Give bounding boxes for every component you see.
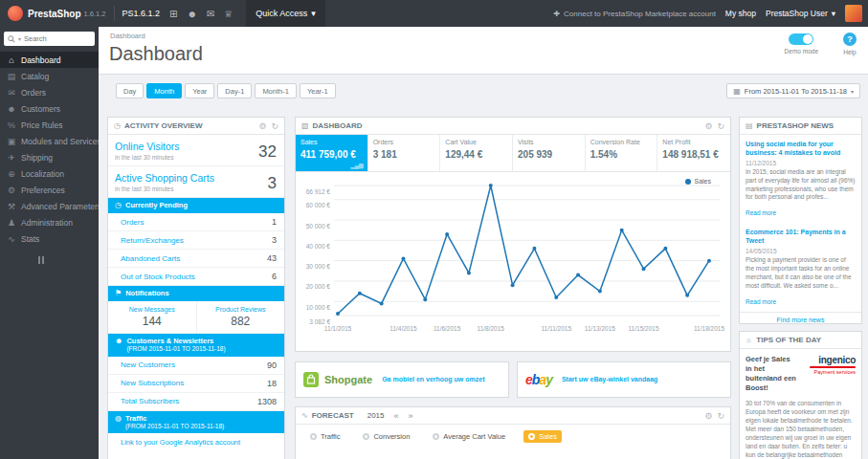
sidebar-item-localization[interactable]: ⊕ Localization xyxy=(0,165,99,182)
breadcrumb[interactable]: Dashboard xyxy=(110,32,145,40)
range-day-button[interactable]: Day xyxy=(116,83,144,98)
forecast-year[interactable]: 2015 xyxy=(367,411,385,420)
prestashop-news-panel: ▤ PRESTASHOP NEWS Using social media for… xyxy=(739,117,862,324)
google-analytics-link[interactable]: Link to your Google Analytics account xyxy=(121,438,240,447)
range-month-button[interactable]: Month xyxy=(146,83,182,98)
sidebar-item-shipping[interactable]: ✈ Shipping xyxy=(0,149,99,165)
new-subscriptions-row[interactable]: New Subscriptions 18 xyxy=(108,375,284,393)
panel-title: PRESTASHOP NEWS xyxy=(757,121,835,130)
chart-legend[interactable]: Sales xyxy=(685,178,711,185)
range-year-button[interactable]: Year xyxy=(185,83,214,98)
sidebar-collapse-button[interactable] xyxy=(38,256,99,264)
pending-returns-row[interactable]: Return/Exchanges 3 xyxy=(108,231,284,250)
read-more-link[interactable]: Read more xyxy=(746,209,776,216)
customers-icon[interactable]: ☻ xyxy=(187,9,197,19)
legend-dot-icon xyxy=(685,179,691,185)
demo-mode-toggle[interactable] xyxy=(789,33,813,45)
tip-headline: Geef je Sales in het buitenland een Boos… xyxy=(746,355,797,394)
out-of-stock-row[interactable]: Out of Stock Products 6 xyxy=(108,268,284,286)
sales-line-chart xyxy=(334,178,721,321)
page-title: Dashboard xyxy=(109,43,203,65)
sidebar-item-catalog[interactable]: ▤ Catalog xyxy=(0,68,99,84)
y-axis-tick: 66 912 € xyxy=(306,188,330,195)
product-reviews-cell[interactable]: Product Reviews 882 xyxy=(197,301,285,333)
forecast-legend-average-cart-value[interactable]: Average Cart Value xyxy=(428,430,510,443)
kpi-net-profit[interactable]: Net Profit 148 918,51 € xyxy=(657,135,730,171)
range-year-1-button[interactable]: Year-1 xyxy=(300,83,336,98)
refresh-icon[interactable]: ↻ xyxy=(717,121,724,131)
news-article-excerpt: Picking a payment provider is one of the… xyxy=(746,256,856,290)
sidebar-search-input[interactable] xyxy=(24,34,79,43)
sidebar-item-customers[interactable]: ☻ Customers xyxy=(0,100,99,117)
pending-orders-row[interactable]: Orders 1 xyxy=(108,213,284,231)
kpi-label: Conversion Rate xyxy=(590,139,653,145)
refresh-icon[interactable]: ↻ xyxy=(271,121,278,131)
sidebar-search[interactable]: ▾ xyxy=(4,32,95,46)
avatar[interactable] xyxy=(845,5,862,22)
sidebar-item-advanced-parameters[interactable]: ⚒ Advanced Parameters xyxy=(0,198,99,214)
kpi-conversion-rate[interactable]: Conversion Rate 1.54% xyxy=(586,135,658,171)
new-customers-row[interactable]: New Customers 90 xyxy=(108,357,284,375)
gear-icon[interactable]: ⚙ xyxy=(704,121,712,131)
refresh-icon[interactable]: ↻ xyxy=(717,411,724,421)
shopgate-module-panel: Shopgate Ga mobiel en verhoog uw omzet xyxy=(295,361,509,398)
orders-icon: ✉ xyxy=(7,88,16,98)
section-title: Notifications xyxy=(125,289,168,297)
forecast-legend-traffic[interactable]: Traffic xyxy=(305,430,345,443)
news-article-title[interactable]: Using social media for your business: 4 … xyxy=(746,140,856,157)
kpi-sales[interactable]: Sales 411 759,00 € ▂▄▆ xyxy=(296,135,368,171)
forecast-legend-sales[interactable]: Sales xyxy=(523,430,562,443)
search-scope-caret-icon[interactable]: ▾ xyxy=(18,35,21,42)
trophy-icon[interactable]: ♕ xyxy=(224,9,233,19)
date-range-buttons: Day Month Year Day-1 Month-1 Year-1 xyxy=(116,83,336,98)
bell-icon: ⚑ xyxy=(115,289,122,298)
find-more-news-link[interactable]: Find more news xyxy=(777,317,825,323)
sidebar-item-orders[interactable]: ✉ Orders xyxy=(0,84,99,100)
help-button[interactable]: ? Help xyxy=(843,33,857,55)
range-month-1-button[interactable]: Month-1 xyxy=(255,83,297,98)
previous-year-button[interactable]: « xyxy=(394,411,399,421)
divider xyxy=(114,6,115,21)
next-year-button[interactable]: » xyxy=(409,411,413,421)
active-carts-metric[interactable]: Active Shopping Carts in the last 30 min… xyxy=(108,166,284,198)
online-visitors-metric[interactable]: Online Visitors in the last 30 minutes 3… xyxy=(108,135,284,166)
new-messages-cell[interactable]: New Messages 144 xyxy=(108,301,197,333)
gear-icon[interactable]: ⚙ xyxy=(704,411,712,421)
row-label: Return/Exchanges xyxy=(121,236,184,245)
news-article-title[interactable]: Ecommerce 101: Payments in a Tweet xyxy=(746,228,856,245)
kpi-cart-value[interactable]: Cart Value 129,44 € xyxy=(440,135,513,171)
cart-icon[interactable]: ⊞ xyxy=(169,9,177,19)
ebay-link[interactable]: Start uw eBay-winkel vandaag xyxy=(562,376,657,383)
sidebar-item-label: Dashboard xyxy=(21,55,61,65)
catalog-icon: ▤ xyxy=(7,72,16,81)
read-more-link[interactable]: Read more xyxy=(746,298,776,305)
chart-x-axis: 11/1/201511/4/201511/6/201511/8/201511/1… xyxy=(334,325,721,335)
total-subscribers-row[interactable]: Total Subscribers 1308 xyxy=(108,393,284,411)
sidebar-item-administration[interactable]: ♟ Administration xyxy=(0,214,99,230)
date-range-picker[interactable]: ▦ From 2015-11-01 To 2015-11-18 ▾ xyxy=(726,83,860,98)
shop-name-link[interactable]: PS1.6.1.2 xyxy=(122,9,161,18)
shopgate-link[interactable]: Ga mobiel en verhoog uw omzet xyxy=(382,376,484,383)
my-shop-link[interactable]: My shop xyxy=(725,9,756,18)
range-day-1-button[interactable]: Day-1 xyxy=(217,83,252,98)
sidebar-item-preferences[interactable]: ⚙ Preferences xyxy=(0,182,99,198)
sidebar-item-stats[interactable]: ∿ Stats xyxy=(0,230,99,247)
abandoned-carts-row[interactable]: Abandoned Carts 43 xyxy=(108,250,284,268)
messages-icon[interactable]: ✉ xyxy=(207,9,214,19)
sidebar-item-modules[interactable]: ▣ Modules and Services xyxy=(0,133,99,149)
shopgate-logo-icon xyxy=(303,372,319,387)
ebay-letter: e xyxy=(525,372,532,387)
sidebar-item-dashboard[interactable]: ⌂ Dashboard xyxy=(0,52,99,68)
kpi-visits[interactable]: Visits 205 939 xyxy=(513,135,586,171)
gear-icon[interactable]: ⚙ xyxy=(258,121,266,131)
forecast-legend-conversion[interactable]: Conversion xyxy=(358,430,414,443)
date-range-value: From 2015-11-01 To 2015-11-18 xyxy=(745,87,847,96)
row-value: 1 xyxy=(272,217,277,227)
marketplace-link[interactable]: ✚ Connect to PrestaShop Marketplace acco… xyxy=(553,10,715,18)
radio-icon xyxy=(528,433,535,440)
chevron-down-icon: ▾ xyxy=(851,88,854,95)
kpi-orders[interactable]: Orders 3 181 xyxy=(368,135,441,171)
sidebar-item-price-rules[interactable]: % Price Rules xyxy=(0,117,99,133)
quick-access-dropdown[interactable]: Quick Access ▾ xyxy=(246,0,325,27)
user-menu[interactable]: PrestaShop User ▾ xyxy=(766,9,835,18)
